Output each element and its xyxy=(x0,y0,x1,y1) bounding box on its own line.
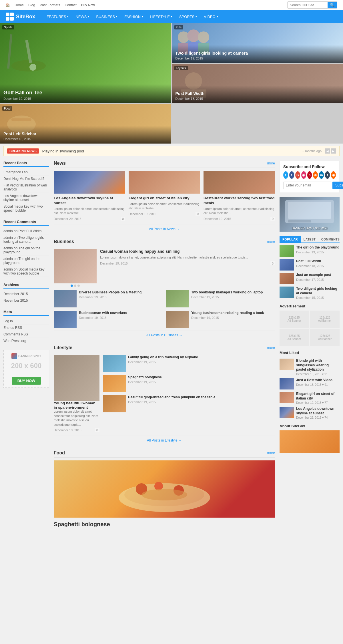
recent-post-link[interactable]: Social media key with two speech bubble xyxy=(3,204,43,212)
logo-icon xyxy=(6,13,14,21)
nav-video[interactable]: VIDEO ▾ xyxy=(201,13,221,20)
news-card-image-la[interactable] xyxy=(54,171,125,194)
news-more-link[interactable]: more xyxy=(267,161,275,165)
comment-link[interactable]: admin on Social media key with two speec… xyxy=(3,267,44,275)
meta-link[interactable]: Comments RSS xyxy=(3,332,28,336)
tab-comments[interactable]: COMMENTS xyxy=(318,236,342,243)
hero-main-title: Golf Ball on Tee xyxy=(3,90,168,96)
pinterest-icon[interactable]: p xyxy=(307,171,312,179)
archive-link[interactable]: December 2015 xyxy=(3,292,28,296)
business-item-image[interactable] xyxy=(166,290,189,307)
twitter-icon[interactable]: t xyxy=(283,171,288,179)
recent-post-link[interactable]: Flat vector illustration of web analytic… xyxy=(3,183,47,191)
liked-item-image[interactable] xyxy=(280,407,294,418)
hero-top-right[interactable]: Kids Two diligent girls looking at camer… xyxy=(172,23,343,63)
business-item-image[interactable] xyxy=(54,311,77,328)
popular-item-image[interactable] xyxy=(280,259,294,271)
news-card-image-italian[interactable] xyxy=(129,171,200,194)
news-card: Elegant girl on street of italian city L… xyxy=(129,171,200,221)
nav-business[interactable]: BUSINESS ▾ xyxy=(93,13,120,20)
email-input[interactable] xyxy=(283,182,331,189)
ad-banner[interactable]: 125x125Ad Banner xyxy=(280,329,309,346)
search-input[interactable] xyxy=(288,2,328,8)
ad-banner[interactable]: 125x125Ad Banner xyxy=(280,311,309,328)
list-item: admin on Social media key with two speec… xyxy=(3,266,49,277)
popular-item-image[interactable] xyxy=(280,287,294,298)
news-card-date: December 29, 2015 xyxy=(54,217,81,220)
news-title: News xyxy=(54,161,66,166)
home-icon: 🏠 xyxy=(6,3,10,7)
google-icon[interactable]: G xyxy=(295,171,300,179)
liked-item: Elegant girl on street of italian city D… xyxy=(280,392,340,404)
tab-latest[interactable]: LATEST xyxy=(301,236,318,243)
lifestyle-featured-image[interactable] xyxy=(54,355,99,401)
meta-link[interactable]: Log in xyxy=(3,319,13,323)
about-section: About SiteBox xyxy=(280,424,340,453)
business-item-image[interactable] xyxy=(54,290,77,307)
comment-link[interactable]: admin on The girl on the playground xyxy=(3,257,40,265)
food-more-link[interactable]: more xyxy=(267,451,275,455)
recent-post-link[interactable]: Don't Hug Me I'm Scared 5 xyxy=(3,177,44,181)
comment-link[interactable]: admin on Post Full Width xyxy=(3,229,41,233)
facebook-icon[interactable]: f xyxy=(289,171,294,179)
comment-link[interactable]: admin on Two diligent girls looking at c… xyxy=(3,236,44,244)
news-card: Los Angeles downtown skyline at sunset L… xyxy=(54,171,125,221)
ad-banner[interactable]: 125x125Ad Banner xyxy=(310,311,340,328)
news-all-posts-link[interactable]: All Posts in News → xyxy=(149,227,180,231)
popular-item-image[interactable] xyxy=(280,273,294,284)
nav-lifestyle[interactable]: LIFESTYLE ▾ xyxy=(147,13,175,20)
hero-main[interactable]: Sports Golf Ball on Tee December 19, 201… xyxy=(0,23,171,103)
top-nav-blog[interactable]: Blog xyxy=(28,3,35,7)
banner-spot-image[interactable]: BANNER SPOT 300×250 xyxy=(280,197,340,232)
liked-item-image[interactable] xyxy=(280,392,294,403)
content-layout: Recent Posts Emergence Lab Don't Hug Me … xyxy=(3,161,340,533)
hero-bottom-right[interactable]: Food Post Left Sidebar December 18, 2015 xyxy=(0,104,171,144)
lifestyle-item-image[interactable] xyxy=(103,375,126,392)
recent-post-link[interactable]: Emergence Lab xyxy=(3,170,28,174)
list-item: Flat vector illustration of web analytic… xyxy=(3,182,49,193)
comment-link[interactable]: admin on The girl on the playground xyxy=(3,246,40,254)
business-item-image[interactable] xyxy=(166,311,189,328)
top-nav-contact[interactable]: Contact xyxy=(65,3,76,7)
top-nav-buy-now[interactable]: Buy Now xyxy=(81,3,95,7)
food-featured-image[interactable] xyxy=(54,460,275,518)
lifestyle-more-link[interactable]: more xyxy=(267,346,275,350)
linkedin-icon[interactable]: in xyxy=(319,171,324,179)
meta-link[interactable]: WordPress.org xyxy=(3,339,26,343)
business-all-posts-link[interactable]: All Posts in Business → xyxy=(146,333,183,337)
top-nav-home[interactable]: Home xyxy=(15,3,24,7)
brand-logo[interactable]: SiteBox xyxy=(6,13,35,21)
tumblr-icon[interactable]: t xyxy=(325,171,330,179)
hero-bottom-left[interactable]: Layouts Post Full Width December 18, 201… xyxy=(172,64,343,103)
nav-features[interactable]: FEATURES ▾ xyxy=(44,13,71,20)
business-more-link[interactable]: more xyxy=(267,240,275,244)
lifestyle-item-image[interactable] xyxy=(103,395,126,412)
social-icons: t f G ◉ p ⊕ in t ◉ xyxy=(283,171,336,179)
lifestyle-all-posts-link[interactable]: All Posts in Lifestyle → xyxy=(147,438,182,442)
feed-icon[interactable]: ◉ xyxy=(331,171,336,179)
liked-item-image[interactable] xyxy=(280,378,294,389)
liked-item-image[interactable] xyxy=(280,359,294,370)
tab-popular[interactable]: POPULAR xyxy=(280,236,301,243)
rss-icon[interactable]: ⊕ xyxy=(313,171,318,179)
business-featured-image[interactable] xyxy=(54,249,97,287)
breaking-next-button[interactable]: ▶ xyxy=(331,148,336,154)
popular-item-image[interactable] xyxy=(280,245,294,257)
search-box: 🔍 xyxy=(287,1,337,9)
subscribe-button[interactable]: Subscribe xyxy=(332,182,343,189)
top-nav-post-formats[interactable]: Post Formats xyxy=(40,3,60,7)
nav-sports[interactable]: SPORTS ▾ xyxy=(176,13,200,20)
search-button[interactable]: 🔍 xyxy=(328,2,337,8)
instagram-icon[interactable]: ◉ xyxy=(301,171,306,179)
recent-post-link[interactable]: Los Angeles downtown skyline at sunset xyxy=(3,194,39,202)
archive-link[interactable]: November 2015 xyxy=(3,299,28,303)
lifestyle-item-image[interactable] xyxy=(103,355,126,372)
nav-news[interactable]: NEWS ▾ xyxy=(73,13,92,20)
nav-fashion[interactable]: FASHION ▾ xyxy=(121,13,146,20)
ad-banner[interactable]: 125x125Ad Banner xyxy=(310,329,340,346)
list-item: Don't Hug Me I'm Scared 5 xyxy=(3,176,49,182)
news-card-image-restaurant[interactable] xyxy=(204,171,275,194)
buy-now-button[interactable]: BUY NOW xyxy=(12,377,41,385)
breaking-prev-button[interactable]: ◀ xyxy=(325,148,330,154)
meta-link[interactable]: Entries RSS xyxy=(3,326,22,330)
